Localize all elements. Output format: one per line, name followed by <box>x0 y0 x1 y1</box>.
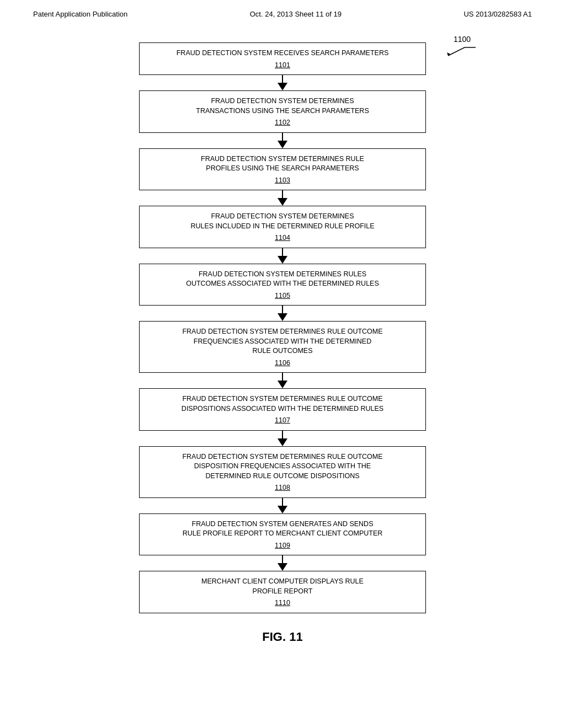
arrow-down-icon <box>278 563 287 571</box>
step-1104: FRAUD DETECTION SYSTEM DETERMINESRULES I… <box>139 206 426 248</box>
arrow-stem-icon <box>282 306 283 313</box>
diagram-label: 1100 <box>454 35 471 44</box>
arrow-stem-icon <box>282 190 283 198</box>
step-1103: FRAUD DETECTION SYSTEM DETERMINES RULEPR… <box>139 148 426 191</box>
step-1108-num: 1108 <box>148 483 417 493</box>
step-1108: FRAUD DETECTION SYSTEM DETERMINES RULE O… <box>139 446 426 498</box>
arrow-connector-3 <box>139 190 426 206</box>
header-middle: Oct. 24, 2013 Sheet 11 of 19 <box>250 10 342 18</box>
arrow-down-icon <box>278 83 287 90</box>
step-1110: MERCHANT CLIENT COMPUTER DISPLAYS RULEPR… <box>139 571 426 613</box>
arrow-stem-icon <box>282 133 283 141</box>
arrow-connector-7 <box>139 431 426 446</box>
arrow-connector-2 <box>139 133 426 148</box>
arrow-down-icon <box>278 438 287 446</box>
arrow-stem-icon <box>282 498 283 506</box>
step-1105: FRAUD DETECTION SYSTEM DETERMINES RULESO… <box>139 264 426 306</box>
arrow-connector-1 <box>139 75 426 90</box>
arrow-down-icon <box>278 141 287 148</box>
step-1103-num: 1103 <box>148 176 417 186</box>
step-1107-num: 1107 <box>148 416 417 426</box>
step-1106: FRAUD DETECTION SYSTEM DETERMINES RULE O… <box>139 321 426 373</box>
arrow-down-icon <box>278 506 287 513</box>
arrow-stem-icon <box>282 431 283 438</box>
step-1104-num: 1104 <box>148 233 417 243</box>
arrow-down-icon <box>278 313 287 321</box>
arrow-stem-icon <box>282 248 283 256</box>
flow-steps: FRAUD DETECTION SYSTEM RECEIVES SEARCH P… <box>139 42 426 613</box>
step-1102: FRAUD DETECTION SYSTEM DETERMINESTRANSAC… <box>139 90 426 133</box>
step-1109: FRAUD DETECTION SYSTEM GENERATES AND SEN… <box>139 513 426 556</box>
figure-caption: FIG. 11 <box>262 630 302 644</box>
arrow-connector-5 <box>139 306 426 321</box>
diagram-container: 1100 FRAUD DETECTION SYSTEM RECEIVES SEA… <box>0 24 565 655</box>
step-1102-num: 1102 <box>148 118 417 128</box>
bracket-arrow-icon <box>443 45 487 61</box>
step-1110-num: 1110 <box>148 598 417 608</box>
arrow-stem-icon <box>282 75 283 83</box>
arrow-stem-icon <box>282 555 283 563</box>
arrow-connector-9 <box>139 555 426 571</box>
step-1105-num: 1105 <box>148 291 417 301</box>
header-left: Patent Application Publication <box>33 10 127 18</box>
arrow-down-icon <box>278 198 287 206</box>
step-1109-num: 1109 <box>148 541 417 551</box>
arrow-connector-6 <box>139 373 426 388</box>
header-right: US 2013/0282583 A1 <box>463 10 532 18</box>
arrow-connector-4 <box>139 248 426 264</box>
step-1106-num: 1106 <box>148 358 417 368</box>
arrow-down-icon <box>278 381 287 388</box>
arrow-stem-icon <box>282 373 283 381</box>
arrow-connector-8 <box>139 498 426 513</box>
step-1101: FRAUD DETECTION SYSTEM RECEIVES SEARCH P… <box>139 42 426 75</box>
step-1101-num: 1101 <box>148 61 417 71</box>
arrow-down-icon <box>278 256 287 264</box>
step-1107: FRAUD DETECTION SYSTEM DETERMINES RULE O… <box>139 388 426 431</box>
